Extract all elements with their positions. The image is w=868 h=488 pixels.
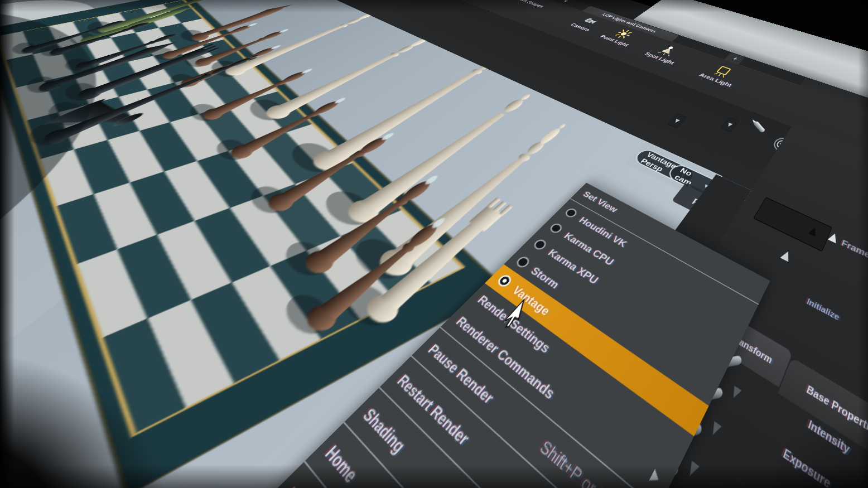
initialize-label: Initialize bbox=[806, 297, 840, 322]
shelf-tool-quick-shapes[interactable]: Quick Shapes bbox=[514, 0, 557, 8]
radio-icon[interactable] bbox=[548, 222, 565, 235]
dropdown-arrow-icon: ▾ bbox=[725, 120, 735, 129]
frame-section-label: Frame bbox=[840, 238, 868, 260]
menu-item-label: Home bbox=[321, 441, 363, 487]
radio-icon[interactable] bbox=[563, 207, 579, 219]
param-collapse-icon[interactable] bbox=[709, 421, 722, 437]
viewport-dropdown-box[interactable]: ▾ bbox=[720, 117, 739, 133]
screen-plane: ▾ LOP Lights and Cameras + ? Help bbox=[0, 0, 868, 362]
photographed-houdini-screen: ▾ LOP Lights and Cameras + ? Help bbox=[0, 0, 868, 488]
radio-selected-icon[interactable] bbox=[495, 273, 513, 289]
expand-triangle-icon[interactable] bbox=[780, 249, 792, 262]
param-collapse-icon[interactable] bbox=[686, 461, 700, 479]
radio-icon[interactable] bbox=[532, 238, 548, 251]
radio-icon[interactable] bbox=[514, 255, 532, 269]
strip-dropdown-box[interactable]: ▾ bbox=[667, 113, 687, 128]
pin-icon[interactable] bbox=[753, 120, 765, 133]
shelf-tool-area-light[interactable]: Area Light bbox=[698, 61, 743, 88]
frame-field[interactable] bbox=[753, 197, 832, 252]
shelf-tool-spot-light[interactable]: Spot Light bbox=[643, 42, 687, 66]
submenu-arrow-icon bbox=[649, 468, 662, 485]
param-label-exposure: Exposure bbox=[782, 447, 832, 488]
dropdown-arrow-icon: ▾ bbox=[672, 116, 682, 125]
plus-icon: + bbox=[731, 55, 740, 62]
param-collapse-icon[interactable] bbox=[730, 386, 741, 400]
shelf-tool-label: Quick Shapes bbox=[513, 0, 546, 8]
